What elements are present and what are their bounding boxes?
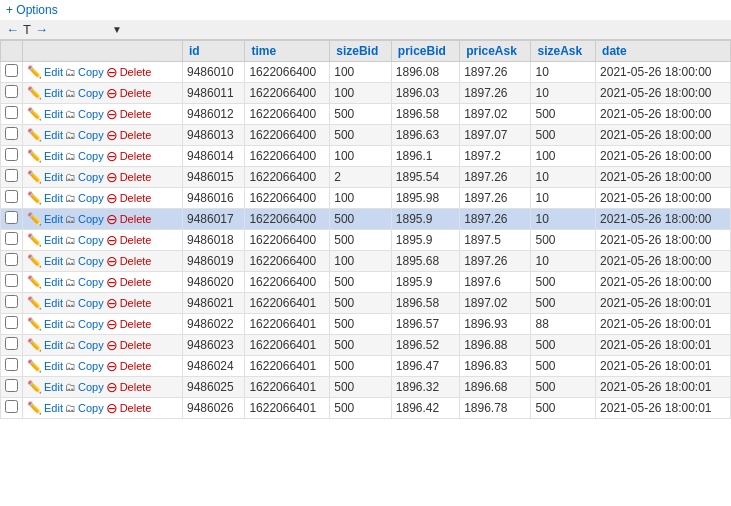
cell-pricebid: 1895.9 [391, 209, 459, 230]
delete-button[interactable]: Delete [120, 108, 152, 120]
row-actions-cell: ✏️ Edit 🗂 Copy ⊖ Delete [23, 356, 183, 377]
row-checkbox[interactable] [5, 379, 18, 392]
row-checkbox[interactable] [5, 148, 18, 161]
row-checkbox[interactable] [5, 169, 18, 182]
row-checkbox[interactable] [5, 358, 18, 371]
edit-button[interactable]: Edit [44, 192, 63, 204]
col-sizeask[interactable]: sizeAsk [531, 41, 596, 62]
copy-button[interactable]: Copy [78, 108, 104, 120]
copy-button[interactable]: Copy [78, 150, 104, 162]
delete-button[interactable]: Delete [120, 255, 152, 267]
cell-time: 1622066400 [245, 230, 330, 251]
row-checkbox[interactable] [5, 106, 18, 119]
edit-icon: ✏️ [27, 296, 42, 310]
options-link[interactable]: + Options [0, 0, 731, 20]
edit-button[interactable]: Edit [44, 150, 63, 162]
col-date[interactable]: date [596, 41, 731, 62]
delete-icon: ⊖ [106, 295, 118, 311]
col-sizebid[interactable]: sizeBid [330, 41, 392, 62]
delete-button[interactable]: Delete [120, 234, 152, 246]
row-checkbox[interactable] [5, 253, 18, 266]
filter-dropdown-icon[interactable]: ▼ [112, 24, 122, 35]
copy-icon: 🗂 [65, 276, 76, 288]
copy-button[interactable]: Copy [78, 129, 104, 141]
copy-button[interactable]: Copy [78, 234, 104, 246]
edit-icon: ✏️ [27, 317, 42, 331]
delete-button[interactable]: Delete [120, 339, 152, 351]
delete-button[interactable]: Delete [120, 192, 152, 204]
copy-button[interactable]: Copy [78, 360, 104, 372]
row-checkbox-cell [1, 167, 23, 188]
delete-button[interactable]: Delete [120, 87, 152, 99]
edit-button[interactable]: Edit [44, 129, 63, 141]
cell-time: 1622066401 [245, 293, 330, 314]
copy-button[interactable]: Copy [78, 213, 104, 225]
delete-button[interactable]: Delete [120, 276, 152, 288]
edit-button[interactable]: Edit [44, 108, 63, 120]
col-time[interactable]: time [245, 41, 330, 62]
copy-button[interactable]: Copy [78, 192, 104, 204]
copy-button[interactable]: Copy [78, 87, 104, 99]
delete-button[interactable]: Delete [120, 360, 152, 372]
options-bar[interactable]: + Options [0, 0, 731, 20]
edit-button[interactable]: Edit [44, 381, 63, 393]
edit-button[interactable]: Edit [44, 234, 63, 246]
row-checkbox[interactable] [5, 400, 18, 413]
col-priceask[interactable]: priceAsk [460, 41, 531, 62]
row-checkbox[interactable] [5, 316, 18, 329]
edit-button[interactable]: Edit [44, 171, 63, 183]
delete-button[interactable]: Delete [120, 171, 152, 183]
row-checkbox[interactable] [5, 337, 18, 350]
edit-button[interactable]: Edit [44, 66, 63, 78]
copy-button[interactable]: Copy [78, 402, 104, 414]
cell-sizeask: 10 [531, 188, 596, 209]
row-actions-cell: ✏️ Edit 🗂 Copy ⊖ Delete [23, 146, 183, 167]
cell-sizeask: 10 [531, 251, 596, 272]
nav-forward[interactable]: → [35, 22, 48, 37]
copy-button[interactable]: Copy [78, 318, 104, 330]
edit-button[interactable]: Edit [44, 360, 63, 372]
cell-priceask: 1897.26 [460, 251, 531, 272]
copy-button[interactable]: Copy [78, 66, 104, 78]
copy-icon: 🗂 [65, 66, 76, 78]
delete-button[interactable]: Delete [120, 213, 152, 225]
copy-icon: 🗂 [65, 255, 76, 267]
delete-button[interactable]: Delete [120, 150, 152, 162]
delete-button[interactable]: Delete [120, 381, 152, 393]
row-checkbox[interactable] [5, 85, 18, 98]
cell-sizebid: 100 [330, 188, 392, 209]
row-checkbox[interactable] [5, 295, 18, 308]
delete-button[interactable]: Delete [120, 402, 152, 414]
nav-back[interactable]: ← [6, 22, 19, 37]
edit-button[interactable]: Edit [44, 297, 63, 309]
delete-button[interactable]: Delete [120, 66, 152, 78]
row-checkbox[interactable] [5, 64, 18, 77]
edit-button[interactable]: Edit [44, 402, 63, 414]
copy-button[interactable]: Copy [78, 297, 104, 309]
edit-button[interactable]: Edit [44, 276, 63, 288]
copy-button[interactable]: Copy [78, 339, 104, 351]
edit-button[interactable]: Edit [44, 255, 63, 267]
edit-button[interactable]: Edit [44, 87, 63, 99]
row-checkbox[interactable] [5, 232, 18, 245]
col-id[interactable]: id [183, 41, 245, 62]
row-actions-cell: ✏️ Edit 🗂 Copy ⊖ Delete [23, 251, 183, 272]
row-checkbox[interactable] [5, 127, 18, 140]
row-checkbox-cell [1, 398, 23, 419]
delete-button[interactable]: Delete [120, 318, 152, 330]
cell-date: 2021-05-26 18:00:00 [596, 146, 731, 167]
delete-button[interactable]: Delete [120, 297, 152, 309]
edit-button[interactable]: Edit [44, 213, 63, 225]
copy-button[interactable]: Copy [78, 171, 104, 183]
edit-button[interactable]: Edit [44, 339, 63, 351]
row-checkbox[interactable] [5, 190, 18, 203]
edit-button[interactable]: Edit [44, 318, 63, 330]
cell-pricebid: 1896.57 [391, 314, 459, 335]
col-pricebid[interactable]: priceBid [391, 41, 459, 62]
copy-button[interactable]: Copy [78, 276, 104, 288]
delete-button[interactable]: Delete [120, 129, 152, 141]
row-checkbox[interactable] [5, 211, 18, 224]
copy-button[interactable]: Copy [78, 255, 104, 267]
row-checkbox[interactable] [5, 274, 18, 287]
copy-button[interactable]: Copy [78, 381, 104, 393]
